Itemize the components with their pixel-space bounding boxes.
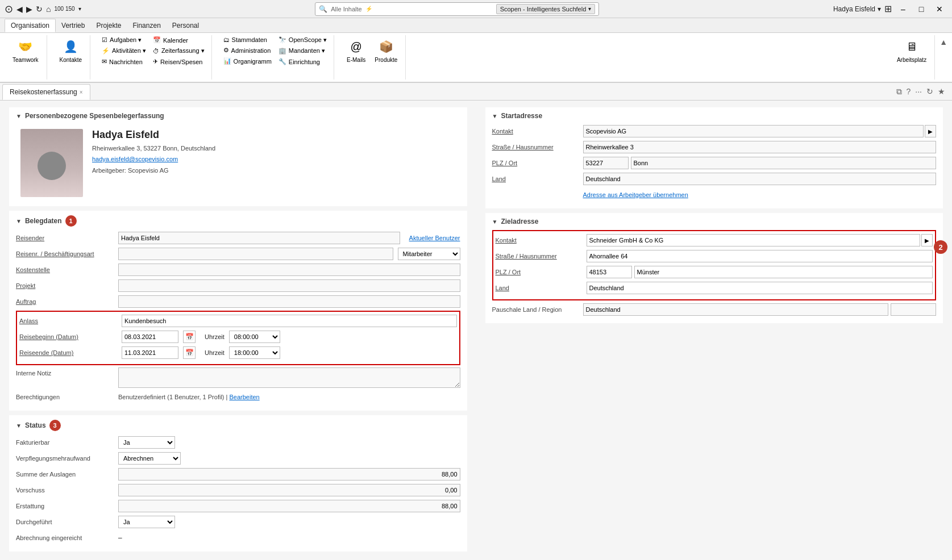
start-strasse-label[interactable]: Straße / Hausnummer [492, 144, 583, 151]
pauschale-extra-input[interactable] [891, 303, 936, 316]
start-kontakt-label[interactable]: Kontakt [492, 128, 583, 135]
start-land-label[interactable]: Land [492, 175, 583, 182]
openscope-button[interactable]: 🔭 OpenScope ▾ [276, 35, 329, 45]
reisebeginn-calendar-button[interactable]: 📅 [183, 331, 196, 343]
einrichtung-button[interactable]: 🔧 Einrichtung [276, 57, 329, 66]
reiseende-time-select[interactable]: 18:00:00 [229, 346, 280, 359]
zeiterfassung-button[interactable]: ⏱ Zeiterfassung ▾ [151, 46, 207, 56]
reiseende-label[interactable]: Reiseende (Datum) [19, 349, 122, 356]
ziel-strasse-label[interactable]: Straße / Hausnummer [496, 253, 587, 260]
nav-organisation[interactable]: Organisation [5, 19, 56, 32]
refresh-icon[interactable]: ↻ [36, 5, 43, 14]
zieladresse-header[interactable]: ▼ Zieladresse [492, 218, 937, 225]
erstattung-input[interactable] [118, 500, 460, 512]
projekt-input[interactable] [118, 279, 460, 292]
ziel-land-input[interactable] [587, 282, 933, 294]
search-dropdown[interactable]: Scopen - Intelligentes Suchfeld ▾ [496, 4, 596, 14]
kalender-button[interactable]: 📅 Kalender [151, 35, 207, 45]
reisebeginn-time-select[interactable]: 08:00:00 [229, 331, 280, 343]
aktivitaeten-button[interactable]: ⚡ Aktivitäten ▾ [99, 46, 148, 56]
interne-notiz-input[interactable] [118, 367, 460, 388]
window-switcher[interactable]: ⊞ [884, 3, 892, 14]
reiseende-date-input[interactable] [122, 346, 178, 359]
minimize-button[interactable]: – [895, 3, 911, 15]
aktueller-benutzer-link[interactable]: Aktueller Benutzer [409, 235, 460, 241]
administration-button[interactable]: ⚙ Administration [221, 45, 274, 55]
nav-personal[interactable]: Personal [167, 19, 205, 32]
anlass-input[interactable] [122, 315, 457, 327]
nav-vertrieb[interactable]: Vertrieb [56, 19, 90, 32]
reisebeginn-date-input[interactable] [122, 331, 178, 343]
reiseende-calendar-button[interactable]: 📅 [183, 346, 196, 359]
kostenstelle-label[interactable]: Kostenstelle [16, 266, 118, 273]
nachrichten-button[interactable]: ✉ Nachrichten [99, 57, 148, 66]
copy-button[interactable]: ⧉ [896, 87, 902, 97]
start-land-input[interactable] [583, 173, 937, 185]
reisender-label[interactable]: Reisender [16, 235, 118, 241]
user-info[interactable]: Hadya Eisfeld ▾ [833, 5, 881, 13]
help-button[interactable]: ? [907, 87, 911, 97]
ziel-ort-input[interactable] [634, 266, 933, 278]
reisenr-input[interactable] [118, 248, 393, 260]
kostenstelle-input[interactable] [118, 264, 460, 276]
home-icon[interactable]: ⌂ [46, 5, 51, 14]
reisen-button[interactable]: ✈ Reisen/Spesen [151, 57, 207, 66]
email-button[interactable]: @ E-Mails [343, 35, 369, 65]
ziel-kontakt-input[interactable] [587, 234, 921, 246]
vorschuss-input[interactable] [118, 484, 460, 496]
more-button[interactable]: ··· [915, 87, 922, 97]
organigramm-button[interactable]: 📊 Organigramm [221, 56, 274, 66]
ziel-land-label[interactable]: Land [496, 285, 587, 291]
bookmark-button[interactable]: ★ [938, 87, 945, 97]
anlass-label[interactable]: Anlass [19, 317, 122, 324]
nav-finanzen[interactable]: Finanzen [127, 19, 166, 32]
search-bar[interactable]: 🔍 Alle Inhalte ⚡ Scopen - Intelligentes … [315, 2, 599, 16]
fakturierbar-select[interactable]: Ja [118, 436, 175, 449]
close-button[interactable]: ✕ [932, 3, 947, 15]
beschaeftigungsart-select[interactable]: Mitarbeiter [398, 248, 460, 260]
belegdaten-header[interactable]: ▼ Belegdaten 1 [16, 215, 460, 227]
maximize-button[interactable]: □ [913, 3, 929, 15]
start-ort-input[interactable] [631, 157, 937, 169]
pauschale-input[interactable] [583, 303, 889, 316]
nav-back[interactable]: ◀ [16, 5, 23, 14]
reisender-input[interactable] [118, 232, 400, 244]
person-section-header[interactable]: ▼ Personenbezogene Spesenbelegerfassung [16, 112, 460, 120]
startadresse-header[interactable]: ▼ Startadresse [492, 112, 937, 120]
kontakte-button[interactable]: 👤 Kontakte [56, 35, 85, 65]
bearbeiten-link[interactable]: Bearbeiten [229, 394, 259, 400]
reisekostenerfassung-tab[interactable]: Reisekostenerfassung × [2, 84, 90, 100]
status-header[interactable]: ▼ Status 3 [16, 420, 460, 431]
start-plz-label[interactable]: PLZ / Ort [492, 160, 583, 166]
ziel-kontakt-label[interactable]: Kontakt [496, 237, 587, 244]
ziel-strasse-input[interactable] [587, 250, 933, 262]
refresh-tab-button[interactable]: ↻ [926, 87, 933, 97]
start-strasse-input[interactable] [583, 141, 937, 153]
auftrag-input[interactable] [118, 295, 460, 308]
aufgaben-button[interactable]: ☑ Aufgaben ▾ [99, 35, 148, 45]
start-kontakt-input[interactable] [583, 125, 924, 137]
reisebeginn-label[interactable]: Reisebeginn (Datum) [19, 333, 122, 340]
adresse-aus-arbeitgeber-link[interactable]: Adresse aus Arbeitgeber übernehmen [583, 191, 688, 198]
summe-input[interactable] [118, 468, 460, 480]
auftrag-label[interactable]: Auftrag [16, 298, 118, 305]
stammdaten-button[interactable]: 🗂 Stammdaten [221, 35, 274, 44]
ziel-plz-label[interactable]: PLZ / Ort [496, 269, 587, 275]
ziel-kontakt-arrow[interactable]: ▶ [921, 234, 933, 246]
nav-projekte[interactable]: Projekte [90, 19, 127, 32]
start-kontakt-arrow[interactable]: ▶ [925, 125, 936, 137]
durchgefuehrt-select[interactable]: Ja [118, 516, 175, 528]
teamwork-button[interactable]: 🤝 Teamwork [9, 35, 42, 65]
start-plz-input[interactable] [583, 157, 629, 169]
verpflegung-select[interactable]: Abrechnen [118, 452, 181, 465]
ribbon-collapse-button[interactable]: ▲ [939, 37, 947, 47]
ziel-plz-input[interactable] [587, 266, 632, 278]
produkte-button[interactable]: 📦 Produkte [371, 35, 401, 65]
arbeitsplatz-button[interactable]: 🖥 Arbeitsplatz [893, 35, 930, 65]
reisenr-label[interactable]: Reisenr. / Beschäftigungsart [16, 250, 118, 257]
nav-forward[interactable]: ▶ [26, 5, 32, 14]
projekt-label[interactable]: Projekt [16, 282, 118, 289]
person-email[interactable]: hadya.eisfeld@scopevisio.com [92, 156, 178, 162]
tab-close-button[interactable]: × [80, 89, 83, 95]
mandanten-button[interactable]: 🏢 Mandanten ▾ [276, 46, 329, 56]
